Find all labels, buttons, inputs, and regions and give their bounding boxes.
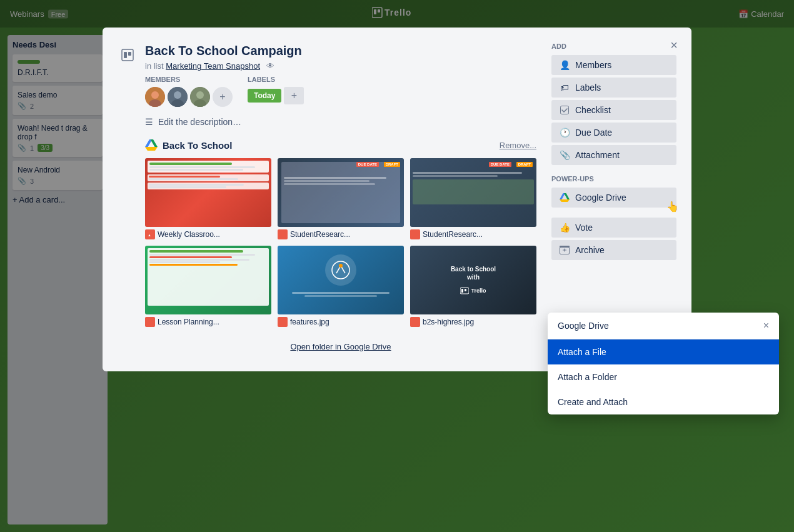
more-section: 👍 Vote Archive <box>551 218 676 260</box>
attach-folder-option[interactable]: Attach a Folder <box>548 364 779 389</box>
svg-point-11 <box>174 91 181 99</box>
svg-rect-19 <box>412 231 418 238</box>
dropdown-close-button[interactable]: × <box>763 320 769 331</box>
list-item[interactable]: DRAFT DUE DATE St <box>410 158 536 239</box>
svg-point-14 <box>196 91 204 99</box>
label-badge[interactable]: Today <box>248 89 281 103</box>
modal-sidebar: Add 👤 Members 🏷 Labels Checklist <box>551 43 676 356</box>
modal-header: Back To School Campaign in list Marketin… <box>118 43 536 71</box>
attach-file-option[interactable]: Attach a File <box>548 339 779 364</box>
attachment-btn-label: Attachment <box>575 150 620 160</box>
attachment-thumbnail <box>145 246 271 314</box>
google-drive-icon <box>145 139 158 151</box>
avatar[interactable] <box>168 87 188 107</box>
checklist-sidebar-btn[interactable]: Checklist <box>551 100 676 120</box>
open-folder-link[interactable]: Open folder in Google Drive <box>145 337 536 356</box>
attachment-thumbnail: DRAFT DUE DATE <box>278 158 404 227</box>
members-label: Members <box>145 76 233 83</box>
members-btn-label: Members <box>575 60 611 70</box>
avatar[interactable] <box>190 87 210 107</box>
powerups-section-title: Power-Ups <box>551 175 676 183</box>
file-type-icon <box>410 317 420 327</box>
labels-section: Labels Today + <box>248 76 304 107</box>
vote-btn-label: Vote <box>575 223 593 233</box>
meta-row: Members <box>145 76 536 107</box>
card-list-info: in list Marketing Team Snapshot 👁 <box>145 61 302 71</box>
file-type-icon <box>410 229 420 239</box>
add-section: Add 👤 Members 🏷 Labels Checklist <box>551 43 676 165</box>
google-drive-btn-label: Google Drive <box>575 193 626 203</box>
vote-sidebar-btn[interactable]: 👍 Vote <box>551 218 676 238</box>
attachment-name: ▲ Weekly Classroo... <box>145 229 271 239</box>
attachment-sidebar-btn[interactable]: 📎 Attachment <box>551 145 676 165</box>
dropdown-header: Google Drive × <box>548 313 779 339</box>
archive-sidebar-btn[interactable]: Archive <box>551 240 676 260</box>
svg-rect-26 <box>465 289 466 291</box>
list-item[interactable]: ▲ Weekly Classroo... <box>145 158 271 239</box>
file-type-icon <box>145 317 155 327</box>
attachment-name: features.jpg <box>278 317 404 327</box>
attachment-name: b2s-highres.jpg <box>410 317 536 327</box>
svg-rect-30 <box>560 246 570 248</box>
add-member-button[interactable]: + <box>213 87 233 107</box>
checklist-icon <box>559 104 570 116</box>
in-list-prefix: in list <box>145 61 164 71</box>
create-attach-option[interactable]: Create and Attach <box>548 389 779 414</box>
attachments-grid: ▲ Weekly Classroo... DRAFT DUE DATE <box>145 158 536 327</box>
svg-rect-27 <box>412 319 418 325</box>
description-text: Edit the description… <box>158 117 241 127</box>
avatar[interactable] <box>145 87 165 107</box>
members-sidebar-btn[interactable]: 👤 Members <box>551 55 676 75</box>
google-drive-sidebar-btn[interactable]: Google Drive 👆 <box>551 188 676 208</box>
description-edit-btn[interactable]: ☰ Edit the description… <box>145 117 536 127</box>
cursor-indicator: 👆 <box>666 201 679 213</box>
svg-rect-6 <box>128 52 131 56</box>
attachment-name: StudentResearc... <box>278 229 404 239</box>
archive-btn-label: Archive <box>575 245 605 255</box>
card-type-icon <box>118 45 138 65</box>
svg-rect-4 <box>122 49 133 61</box>
watch-icon[interactable]: 👁 <box>266 61 274 71</box>
attachment-name: Lesson Planning... <box>145 317 271 327</box>
svg-rect-18 <box>279 231 286 238</box>
list-item[interactable]: Back to Schoolwith Trello <box>410 246 536 327</box>
attachment-thumbnail <box>145 158 271 227</box>
due-date-btn-label: Due Date <box>575 128 612 138</box>
paperclip-icon: 📎 <box>559 149 570 161</box>
svg-point-22 <box>339 264 343 268</box>
file-type-icon <box>278 317 288 327</box>
person-icon: 👤 <box>559 59 570 71</box>
svg-rect-25 <box>461 289 463 293</box>
google-drive-dropdown: Google Drive × Attach a File Attach a Fo… <box>548 313 779 414</box>
attachment-thumbnail: Back to Schoolwith Trello <box>410 246 536 314</box>
svg-point-8 <box>151 91 159 99</box>
attachment-thumbnail <box>278 246 404 314</box>
due-date-sidebar-btn[interactable]: 🕐 Due Date <box>551 123 676 143</box>
attachment-name: StudentResearc... <box>410 229 536 239</box>
labels-label: Labels <box>248 76 304 83</box>
modal-main-content: Back To School Campaign in list Marketin… <box>118 43 536 356</box>
list-item[interactable]: features.jpg <box>278 246 404 327</box>
file-type-icon <box>278 229 288 239</box>
powerups-section: Power-Ups Google Drive 👆 <box>551 175 676 208</box>
archive-icon <box>559 244 570 256</box>
google-drive-sidebar-icon <box>559 192 570 203</box>
labels-sidebar-btn[interactable]: 🏷 Labels <box>551 78 676 98</box>
list-item[interactable]: DRAFT DUE DATE <box>278 158 404 239</box>
svg-rect-23 <box>279 319 286 325</box>
modal-close-button[interactable]: × <box>664 35 684 55</box>
members-section: Members <box>145 76 233 107</box>
modal-title-area: Back To School Campaign in list Marketin… <box>145 43 302 71</box>
list-name-link[interactable]: Marketing Team Snapshot <box>166 61 260 71</box>
remove-attachment-btn[interactable]: Remove... <box>500 141 536 150</box>
add-label-button[interactable]: + <box>284 87 304 104</box>
dropdown-title: Google Drive <box>558 321 609 331</box>
attachment-section: Back To School Remove... <box>145 139 536 356</box>
list-item[interactable]: Lesson Planning... <box>145 246 271 327</box>
tag-icon: 🏷 <box>559 82 570 93</box>
attachment-header: Back To School Remove... <box>145 139 536 151</box>
add-section-title: Add <box>551 43 676 50</box>
labels-row: Today + <box>248 87 304 104</box>
members-row: + <box>145 87 233 107</box>
thumbsup-icon: 👍 <box>559 222 570 233</box>
